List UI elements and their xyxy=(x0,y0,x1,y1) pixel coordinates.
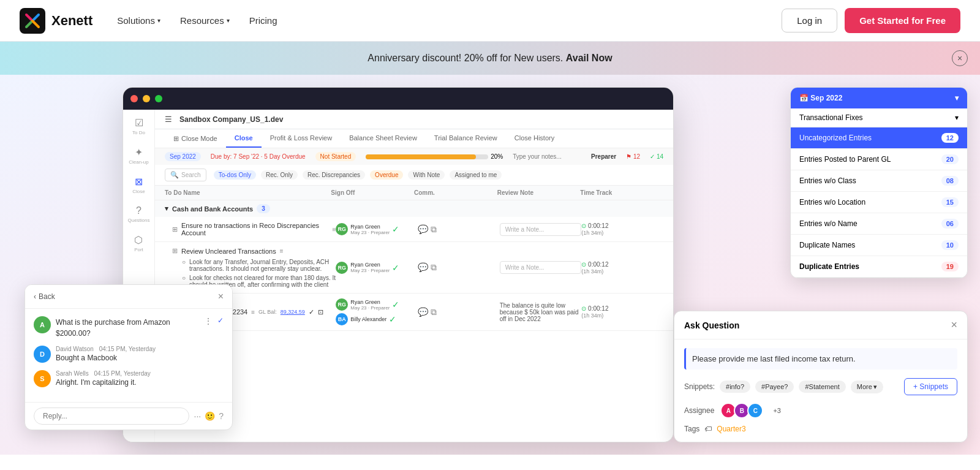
chat-input-area: ··· 🙂 ? xyxy=(25,402,232,430)
logo[interactable]: Xenett xyxy=(20,8,92,34)
xenett-logo-icon xyxy=(24,12,41,29)
note-input-2[interactable]: Write a Note... xyxy=(500,261,582,274)
status-badge: Not Started xyxy=(315,152,356,161)
sidebar-icon-questions[interactable]: ?Questions xyxy=(127,205,149,223)
progress-row: Sep 2022 Due by: 7 Sep '22 · 5 Day Overd… xyxy=(155,148,673,165)
avatar: C xyxy=(747,403,763,419)
ask-question-header: Ask Question × xyxy=(674,311,967,339)
banner-cta-text[interactable]: Avail Now xyxy=(566,53,612,63)
back-button[interactable]: ‹ Back xyxy=(34,292,55,301)
progress-container: 20% xyxy=(366,153,503,160)
emoji-icon[interactable]: 🙂 xyxy=(205,411,215,421)
ask-question-body: Please provide me last filed income tax … xyxy=(674,339,967,442)
preparer-chip-2: RG Ryan GreenMay 23 · Preparer ✓ xyxy=(336,262,418,274)
fixes-item-no-location[interactable]: Entries w/o Location 15 xyxy=(791,192,967,213)
nav-pricing[interactable]: Pricing xyxy=(249,15,277,26)
snippet-info[interactable]: #info? xyxy=(720,381,750,393)
note-input[interactable]: Write a Note... xyxy=(500,223,582,236)
chat-action-icons: ··· 🙂 ? xyxy=(194,411,224,421)
table-header: To Do Name Sign Off Comm. Review Note Ti… xyxy=(155,186,673,200)
ask-close-button[interactable]: × xyxy=(951,319,957,332)
filter-disc[interactable]: Rec. Discrepancies xyxy=(303,170,365,180)
get-started-button[interactable]: Get Started for Free xyxy=(845,8,960,33)
filter-overdue[interactable]: Overdue xyxy=(370,170,403,180)
search-container[interactable]: 🔍 Search xyxy=(165,169,206,181)
svg-line-1 xyxy=(26,21,32,27)
progress-track xyxy=(366,154,488,159)
fixes-section-header: Transactional Fixes ▾ xyxy=(791,108,967,127)
logo-text: Xenett xyxy=(51,13,92,29)
chat-messages: A What is the purchase from Amazon $2000… xyxy=(25,309,232,402)
banner-close-button[interactable]: × xyxy=(952,50,968,66)
snippet-payee[interactable]: #Payee? xyxy=(755,381,794,393)
preparer-chip: RG Ryan GreenMay 23 · Preparer ✓ xyxy=(336,223,418,235)
help-icon[interactable]: ? xyxy=(219,411,224,421)
filter-assigned[interactable]: Assigned to me xyxy=(450,170,502,180)
window-close-dot xyxy=(130,95,138,102)
chat-panel: ‹ Back × A What is the purchase from Ama… xyxy=(24,284,233,430)
nav-resources[interactable]: Resources ▾ xyxy=(180,15,230,26)
ellipsis-icon[interactable]: ··· xyxy=(194,411,202,421)
svg-line-2 xyxy=(32,15,39,21)
attachment-icon-3[interactable]: ⧉ xyxy=(431,307,437,317)
snippet-statement[interactable]: #Statement xyxy=(799,381,845,393)
filter-note[interactable]: With Note xyxy=(408,170,445,180)
fixes-item-dup-names[interactable]: Duplicate Names 10 xyxy=(791,235,967,256)
chat-question-text: What is the purchase from Amazon $2000.0… xyxy=(56,318,170,338)
logo-icon xyxy=(20,8,45,34)
fixes-item-parent-gl[interactable]: Entries Posted to Parent GL 20 xyxy=(791,149,967,170)
svg-line-3 xyxy=(32,21,39,27)
sidebar-icon-cleanup[interactable]: ✦Clean-up xyxy=(129,146,148,165)
chevron-down-icon: ▾ xyxy=(157,17,160,24)
fixes-panel: 📅 Sep 2022 ▾ Transactional Fixes ▾ Uncat… xyxy=(790,87,968,278)
navbar-right: Log in Get Started for Free xyxy=(782,8,960,33)
fixes-item-uncategorized[interactable]: Uncategorized Entries 12 xyxy=(791,127,967,149)
fixes-item-no-class[interactable]: Entries w/o Class 08 xyxy=(791,170,967,192)
chat-header: ‹ Back × xyxy=(25,285,232,309)
tag-quarter3[interactable]: Quarter3 xyxy=(717,425,745,433)
window-maximize-dot xyxy=(155,95,162,102)
chat-message-text-2: Alright. I'm capitalizing it. xyxy=(56,378,224,387)
tab-close-mode[interactable]: ⊞ Close Mode xyxy=(165,129,226,148)
tab-close[interactable]: Close xyxy=(226,129,262,148)
comment-icon[interactable]: 💬 xyxy=(418,224,428,235)
svg-line-0 xyxy=(26,15,32,21)
sidebar-icon-port[interactable]: ⬡Port xyxy=(134,234,143,252)
chevron-down-icon: ▾ xyxy=(955,113,959,122)
filter-bar: 🔍 Search To-dos Only Rec. Only Rec. Disc… xyxy=(155,165,673,186)
announcement-banner: Anniversary discount! 20% off for New us… xyxy=(0,42,980,75)
banner-text: Anniversary discount! 20% off for New us… xyxy=(368,53,563,63)
more-icon[interactable]: ⋮ xyxy=(204,316,213,326)
tab-bs[interactable]: Balance Sheet Review xyxy=(341,129,426,148)
comment-icon-2[interactable]: 💬 xyxy=(418,262,428,273)
comment-icon-3[interactable]: 💬 xyxy=(418,307,428,317)
more-snippets[interactable]: More ▾ xyxy=(851,381,883,393)
fixes-item-no-name[interactable]: Entries w/o Name 06 xyxy=(791,213,967,235)
tab-history[interactable]: Close History xyxy=(506,129,563,148)
attachment-icon[interactable]: ⧉ xyxy=(431,224,437,235)
notes-placeholder: Type your notes... xyxy=(513,153,562,160)
table-row: ⊞ Ensure no transactions in Reco Discrep… xyxy=(155,217,673,242)
chat-sender-name-2: Sarah Wells 04:15 PM, Yesterday xyxy=(56,370,224,377)
tab-tb[interactable]: Trial Balance Review xyxy=(426,129,506,148)
sidebar-icon-todo[interactable]: ☑To Do xyxy=(132,117,145,135)
tab-pl[interactable]: Profit & Loss Review xyxy=(262,129,341,148)
fixes-item-dup-entries[interactable]: Duplicate Entries 19 xyxy=(791,256,967,278)
add-snippets-button[interactable]: + Snippets xyxy=(904,378,957,395)
assignee-row: Assignee A B C +3 xyxy=(684,403,957,419)
filter-rec[interactable]: Rec. Only xyxy=(261,170,298,180)
chevron-down-icon: ▾ xyxy=(873,383,877,391)
chat-close-button[interactable]: × xyxy=(218,291,224,302)
chevron-down-icon: ▾ xyxy=(227,17,230,24)
nav-solutions[interactable]: Solutions ▾ xyxy=(117,15,160,26)
avatar: A xyxy=(34,316,51,333)
login-button[interactable]: Log in xyxy=(782,9,837,32)
filter-todos[interactable]: To-dos Only xyxy=(214,170,256,180)
section-name: Cash and Bank Accounts xyxy=(172,205,253,213)
section-cash: ▾ Cash and Bank Accounts 3 xyxy=(155,200,673,217)
chat-message: D David Watson 04:15 PM, Yesterday Bough… xyxy=(34,346,224,363)
note-text: The balance is quite low because $ 50k l… xyxy=(500,302,582,322)
sidebar-icon-close[interactable]: ⊠Close xyxy=(132,176,145,194)
reply-input[interactable] xyxy=(34,407,189,425)
attachment-icon-2[interactable]: ⧉ xyxy=(431,262,437,273)
